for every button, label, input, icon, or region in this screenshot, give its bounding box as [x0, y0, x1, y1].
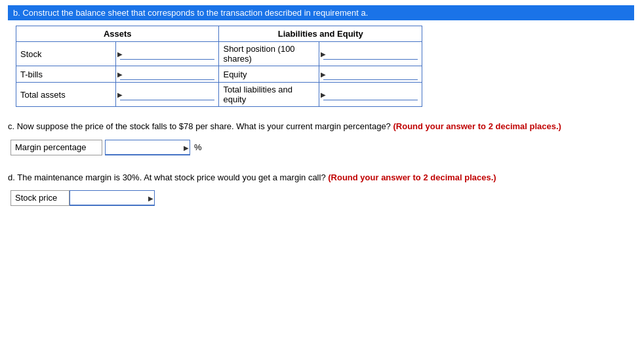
margin-arrow-icon: ▶: [184, 144, 189, 151]
stock-price-arrow-icon: ▶: [148, 195, 153, 202]
liabilities-header: Liabilities and Equity: [219, 26, 422, 42]
part-b-header: b. Construct the balance sheet that corr…: [8, 5, 634, 20]
part-c-text-main: c. Now suppose the price of the stock fa…: [8, 121, 391, 131]
asset-arrow-icon-1: ▶: [117, 71, 123, 78]
asset-input-cell-0[interactable]: ▶: [116, 42, 219, 66]
part-c-text: c. Now suppose the price of the stock fa…: [8, 120, 634, 133]
asset-input-1[interactable]: [120, 68, 214, 80]
asset-input-cell-2[interactable]: ▶: [116, 83, 219, 107]
stock-price-input-wrapper: ▶: [70, 190, 155, 206]
stock-price-input[interactable]: [70, 190, 155, 206]
part-d-text-main: d. The maintenance margin is 30%. At wha…: [8, 172, 326, 182]
part-c-section: c. Now suppose the price of the stock fa…: [8, 120, 634, 155]
margin-percentage-input[interactable]: [105, 140, 190, 155]
balance-sheet-table: Assets Liabilities and Equity Stock ▶ Sh…: [16, 26, 422, 107]
asset-arrow-icon-2: ▶: [117, 91, 123, 98]
liability-input-cell-0[interactable]: ▶: [319, 42, 422, 66]
margin-label: Margin percentage: [10, 140, 102, 155]
part-d-section: d. The maintenance margin is 30%. At wha…: [8, 171, 634, 207]
asset-input-0[interactable]: [120, 48, 214, 60]
liability-arrow-icon-1: ▶: [321, 71, 326, 78]
part-c-text-bold: (Round your answer to 2 decimal places.): [393, 121, 561, 131]
liability-label-1: Equity: [219, 66, 319, 83]
asset-input-2[interactable]: [120, 89, 214, 100]
liability-input-1[interactable]: [323, 68, 418, 80]
liability-label-0: Short position (100 shares): [219, 42, 319, 66]
liability-input-2[interactable]: [323, 89, 418, 100]
margin-input-row: Margin percentage ▶ %: [10, 140, 634, 155]
asset-label-2: Total assets: [16, 83, 116, 107]
table-row: T-bills ▶ Equity ▶: [16, 66, 422, 83]
margin-input-wrapper: ▶: [105, 140, 190, 155]
asset-input-cell-1[interactable]: ▶: [116, 66, 219, 83]
liability-input-cell-1[interactable]: ▶: [319, 66, 422, 83]
liability-input-cell-2[interactable]: ▶: [319, 83, 422, 107]
liability-input-0[interactable]: [323, 48, 418, 60]
assets-header: Assets: [16, 26, 219, 42]
percent-symbol: %: [194, 142, 202, 152]
part-d-text-bold: (Round your answer to 2 decimal places.): [328, 172, 496, 182]
liability-label-2: Total liabilities and equity: [219, 83, 319, 107]
stock-price-label: Stock price: [10, 190, 70, 206]
table-row: Stock ▶ Short position (100 shares) ▶: [16, 42, 422, 66]
asset-arrow-icon-0: ▶: [117, 51, 123, 58]
asset-label-1: T-bills: [16, 66, 116, 83]
liability-arrow-icon-0: ▶: [321, 51, 326, 58]
page-container: b. Construct the balance sheet that corr…: [0, 0, 642, 211]
part-d-text: d. The maintenance margin is 30%. At wha…: [8, 171, 634, 184]
liability-arrow-icon-2: ▶: [321, 91, 326, 98]
asset-label-0: Stock: [16, 42, 116, 66]
table-row: Total assets ▶ Total liabilities and equ…: [16, 83, 422, 107]
stock-price-row: Stock price ▶: [10, 190, 634, 206]
